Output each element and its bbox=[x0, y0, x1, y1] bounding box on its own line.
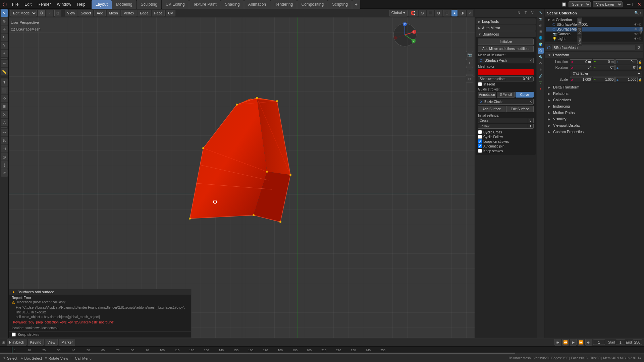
auto-mirror-header[interactable]: ▶ Auto Mirror bbox=[476, 25, 536, 31]
material-icon[interactable]: ● bbox=[538, 86, 544, 92]
tool-inset[interactable]: ⬛ bbox=[1, 86, 8, 94]
object-data-icon[interactable]: ▽ bbox=[538, 79, 544, 85]
item-vis-icon-1[interactable]: 👁 bbox=[634, 23, 638, 26]
mesh-menu[interactable]: Mesh bbox=[107, 10, 120, 16]
start-frame[interactable]: 1 bbox=[616, 340, 625, 345]
material-shading[interactable]: ◑ bbox=[459, 10, 466, 16]
item-sel-icon-4[interactable]: ☉ bbox=[638, 37, 641, 41]
tool-knife[interactable]: ⚔ bbox=[1, 111, 8, 118]
visibility-header[interactable]: ▶ Visibility bbox=[545, 116, 643, 122]
play-btn[interactable]: ▶ bbox=[570, 339, 577, 346]
rotation-y-field[interactable]: Y -0° bbox=[593, 65, 615, 70]
outliner-item-2[interactable]: ⬡ BSurfaceMesh 👁 ☉ bbox=[546, 27, 643, 32]
jump-start-btn[interactable]: ⏮ bbox=[554, 339, 561, 346]
zoom-extent-btn[interactable]: ⊡ bbox=[466, 75, 473, 82]
tab-layout[interactable]: Layout bbox=[92, 0, 112, 9]
automatic-join-checkbox[interactable] bbox=[478, 144, 482, 148]
tool-move[interactable]: ✛ bbox=[1, 25, 8, 33]
tool-scale[interactable]: ⤡ bbox=[1, 42, 8, 49]
tool-tab-icon[interactable]: T bbox=[523, 10, 529, 16]
rotation-lock-icon[interactable]: 🔒 bbox=[638, 66, 642, 69]
transform-global-select[interactable]: Global ▾ bbox=[389, 10, 408, 16]
tool-bevel[interactable]: ◇ bbox=[1, 95, 8, 102]
end-frame[interactable]: 250 bbox=[633, 340, 642, 345]
outliner-item-4[interactable]: 💡 Light 👁 ☉ bbox=[546, 36, 643, 41]
scale-x-field[interactable]: X 1.000 bbox=[570, 77, 592, 82]
xray-btn[interactable]: ◑ bbox=[435, 10, 442, 16]
mesh-clear-btn[interactable]: ✕ bbox=[528, 58, 533, 63]
tool-spin[interactable]: ⟳ bbox=[1, 169, 8, 177]
gpencil-tab[interactable]: GPencil bbox=[497, 92, 515, 98]
scale-y-field[interactable]: Y 1.000 bbox=[593, 77, 615, 82]
menu-render[interactable]: Render bbox=[35, 1, 53, 7]
motion-paths-header[interactable]: ▶ Motion Paths bbox=[545, 110, 643, 116]
modifier-icon[interactable]: 🔩 bbox=[538, 54, 544, 60]
snap-btn[interactable]: 🧲 bbox=[409, 10, 418, 16]
overlay-btn[interactable]: ☰ bbox=[427, 10, 434, 16]
delta-transform-header[interactable]: ▶ Delta Transform bbox=[545, 84, 643, 90]
item-tab-icon[interactable]: N bbox=[516, 10, 522, 16]
rotation-mode-select[interactable]: XYZ Euler bbox=[570, 71, 642, 76]
bezier-clear-btn[interactable]: ✕ bbox=[528, 100, 533, 104]
tool-annotate[interactable]: ✏ bbox=[1, 60, 8, 67]
tab-modeling[interactable]: Modeling bbox=[112, 0, 137, 9]
sync-icon[interactable]: ↕ bbox=[640, 11, 642, 15]
cyclic-cross-checkbox[interactable] bbox=[478, 130, 482, 134]
tool-select[interactable]: ↖ bbox=[1, 9, 8, 17]
marker-menu[interactable]: Marker bbox=[59, 339, 75, 346]
keep-strokes-checkbox2[interactable] bbox=[478, 149, 482, 153]
world-icon[interactable]: 🌍 bbox=[538, 41, 544, 47]
collection-item[interactable]: ▼ 🗂 Collection bbox=[546, 17, 643, 22]
keying-menu[interactable]: Keying bbox=[28, 339, 44, 346]
edge-mode-btn[interactable]: ⟋ bbox=[46, 10, 53, 16]
item-vis-icon-3[interactable]: 👁 bbox=[634, 32, 638, 36]
uv-menu[interactable]: UV bbox=[166, 10, 175, 16]
scene-icon[interactable]: 🌐 bbox=[538, 35, 544, 41]
add-surface-btn[interactable]: Add Surface bbox=[478, 106, 505, 112]
location-y-field[interactable]: Y 0 m bbox=[593, 59, 615, 64]
bsurfaces-header[interactable]: ▼ Bsurfaces bbox=[476, 31, 536, 37]
tab-scripting[interactable]: Scripting bbox=[328, 0, 352, 9]
outliner-item-3[interactable]: 📷 Camera 👁 ☉ bbox=[546, 32, 643, 36]
proportional-btn[interactable]: ⊙ bbox=[419, 10, 426, 16]
view-tab-icon[interactable]: V bbox=[529, 10, 535, 16]
output-props-icon[interactable]: 🖨 bbox=[538, 22, 544, 28]
jump-end-btn[interactable]: ⏭ bbox=[585, 339, 592, 346]
menu-help[interactable]: Help bbox=[74, 1, 88, 7]
tool-loop-cut[interactable]: ⊞ bbox=[1, 103, 8, 110]
render-shading[interactable]: ○ bbox=[467, 10, 473, 16]
tool-shear[interactable]: ⟨ bbox=[1, 161, 8, 169]
tab-compositing[interactable]: Compositing bbox=[297, 0, 328, 9]
scale-lock-icon[interactable]: 🔒 bbox=[638, 78, 642, 81]
tool-edge-slide[interactable]: ⊣ bbox=[1, 145, 8, 153]
item-vis-icon-2[interactable]: 👁 bbox=[634, 27, 638, 31]
tool-rotate[interactable]: ↻ bbox=[1, 34, 8, 41]
tool-cursor[interactable]: ⊕ bbox=[1, 17, 8, 25]
color-swatch[interactable] bbox=[478, 69, 534, 75]
add-menu[interactable]: Add bbox=[94, 10, 106, 16]
vert-mode-btn[interactable]: ⬡ bbox=[38, 10, 45, 16]
tab-uv-editing[interactable]: UV Editing bbox=[162, 0, 189, 9]
close-btn[interactable]: ✕ bbox=[637, 2, 641, 7]
mesh-name-input[interactable] bbox=[484, 58, 528, 63]
curve-tab[interactable]: Curve bbox=[516, 92, 534, 98]
keep-strokes-checkbox[interactable] bbox=[12, 333, 16, 337]
edge-menu[interactable]: Edge bbox=[138, 10, 151, 16]
item-sel-icon-1[interactable]: ☉ bbox=[638, 23, 641, 26]
3d-cursor[interactable] bbox=[213, 199, 217, 204]
viewport-3d[interactable]: User Perspective (1) BSurfaceMesh X bbox=[9, 17, 475, 338]
in-front-checkbox[interactable] bbox=[478, 82, 482, 86]
vertex-menu[interactable]: Vertex bbox=[121, 10, 137, 16]
solid-shading[interactable]: ● bbox=[451, 10, 458, 16]
mesh-object-3d[interactable] bbox=[170, 74, 294, 229]
instancing-header[interactable]: ▶ Instancing bbox=[545, 103, 643, 109]
loop-tools-header[interactable]: ▶ LoopTools bbox=[476, 18, 536, 24]
timeline-scrollbar[interactable] bbox=[0, 353, 644, 354]
tool-polypen[interactable]: △ bbox=[1, 119, 8, 126]
active-obj-name[interactable]: BSurfaceMesh bbox=[552, 45, 635, 50]
scene-props-icon[interactable]: 🔧 bbox=[538, 9, 544, 15]
collections-header[interactable]: ▶ Collections bbox=[545, 97, 643, 103]
cyclic-follow-checkbox[interactable] bbox=[478, 135, 482, 139]
tool-measure[interactable]: 📏 bbox=[1, 68, 8, 75]
physics-icon[interactable]: ⚛ bbox=[538, 67, 544, 73]
